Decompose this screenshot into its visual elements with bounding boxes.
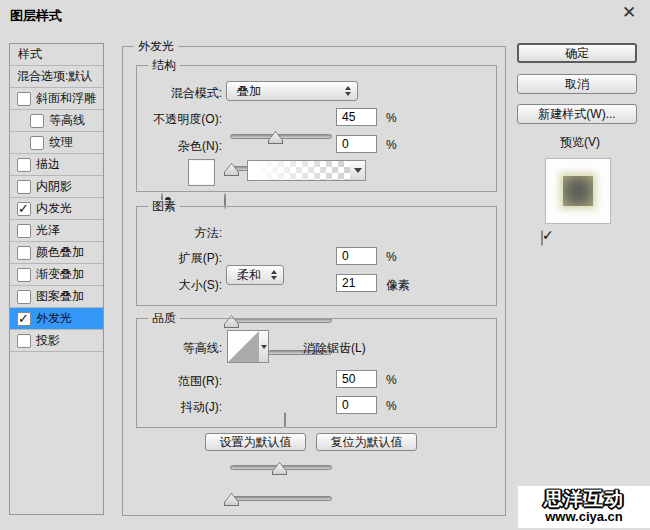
- noise-input[interactable]: [336, 135, 377, 153]
- size-input[interactable]: [336, 274, 377, 292]
- styles-header: 样式: [10, 44, 103, 66]
- close-icon[interactable]: ✕: [622, 3, 636, 23]
- dialog-title: 图层样式: [10, 7, 62, 25]
- watermark: 思洋互动 www.ciya.cn: [518, 486, 650, 528]
- sidebar-item-pattern-overlay[interactable]: 图案叠加: [10, 286, 103, 308]
- checkbox[interactable]: [17, 224, 31, 238]
- checkbox[interactable]: [17, 158, 31, 172]
- checkbox-checked[interactable]: [17, 202, 31, 216]
- sidebar-item-bevel-emboss[interactable]: 斜面和浮雕: [10, 88, 103, 110]
- quality-legend: 品质: [148, 312, 180, 325]
- gradient-dropdown-arrow[interactable]: [350, 160, 366, 181]
- checkbox[interactable]: [17, 290, 31, 304]
- range-unit: %: [386, 373, 397, 387]
- sidebar-item-inner-glow[interactable]: 内发光: [10, 198, 103, 220]
- jitter-unit: %: [386, 399, 397, 413]
- checkbox-checked[interactable]: [17, 312, 31, 326]
- opacity-slider[interactable]: [230, 134, 332, 139]
- noise-unit: %: [386, 138, 397, 152]
- ok-button[interactable]: 确定: [517, 43, 637, 63]
- glow-preview-square: [563, 176, 593, 206]
- technique-select[interactable]: 柔和: [226, 265, 284, 285]
- styles-list: 样式 混合选项:默认 斜面和浮雕 等高线 纹理 描边 内阴影 内发光: [9, 43, 104, 515]
- sidebar-item-color-overlay[interactable]: 颜色叠加: [10, 242, 103, 264]
- checkbox[interactable]: [17, 334, 31, 348]
- range-input[interactable]: [336, 370, 377, 388]
- antialias-checkbox[interactable]: [284, 412, 286, 428]
- spinner-arrows-icon: [345, 86, 351, 96]
- elements-legend: 图素: [148, 200, 180, 213]
- sidebar-item-drop-shadow[interactable]: 投影: [10, 330, 103, 352]
- checkbox[interactable]: [17, 268, 31, 282]
- size-unit: 像素: [386, 277, 410, 294]
- checkbox[interactable]: [30, 136, 44, 150]
- panel-legend: 外发光: [134, 40, 178, 53]
- preview-checkbox[interactable]: [541, 230, 543, 246]
- spread-unit: %: [386, 250, 397, 264]
- noise-label: 杂色(N):: [136, 139, 222, 153]
- sidebar-item-satin[interactable]: 光泽: [10, 220, 103, 242]
- cancel-button[interactable]: 取消: [517, 74, 637, 94]
- sidebar-item-texture[interactable]: 纹理: [10, 132, 103, 154]
- gradient-picker[interactable]: [247, 160, 351, 181]
- sidebar-item-stroke[interactable]: 描边: [10, 154, 103, 176]
- preview-label: 预览(V): [560, 134, 600, 151]
- jitter-label: 抖动(J):: [136, 400, 222, 414]
- sidebar-item-blending-options[interactable]: 混合选项:默认: [10, 66, 103, 88]
- sidebar-item-contour[interactable]: 等高线: [10, 110, 103, 132]
- reset-default-button[interactable]: 复位为默认值: [316, 433, 417, 451]
- style-preview-thumbnail: [545, 158, 611, 224]
- checkbox[interactable]: [17, 92, 31, 106]
- checkbox[interactable]: [17, 180, 31, 194]
- new-style-button[interactable]: 新建样式(W)...: [517, 104, 637, 124]
- opacity-input[interactable]: [336, 108, 377, 126]
- opacity-unit: %: [386, 111, 397, 125]
- range-label: 范围(R):: [136, 374, 222, 388]
- checkbox[interactable]: [17, 246, 31, 260]
- spread-label: 扩展(P):: [136, 251, 222, 265]
- jitter-input[interactable]: [336, 396, 377, 414]
- contour-label: 等高线:: [136, 341, 222, 355]
- sidebar-item-outer-glow[interactable]: 外发光: [10, 308, 103, 330]
- technique-value: 柔和: [237, 267, 261, 284]
- contour-picker[interactable]: [227, 330, 260, 363]
- chevron-down-icon: [354, 168, 362, 173]
- jitter-slider[interactable]: [230, 496, 332, 501]
- watermark-url: www.ciya.cn: [518, 510, 650, 524]
- range-slider[interactable]: [230, 465, 332, 470]
- make-default-button[interactable]: 设置为默认值: [205, 433, 306, 451]
- glow-color-swatch[interactable]: [188, 159, 215, 186]
- blend-mode-value: 叠加: [237, 83, 261, 100]
- structure-legend: 结构: [148, 59, 180, 72]
- watermark-brand: 思洋互动: [518, 487, 650, 510]
- sidebar-item-inner-shadow[interactable]: 内阴影: [10, 176, 103, 198]
- size-label: 大小(S):: [136, 278, 222, 292]
- layer-style-dialog: 图层样式 ✕ 样式 混合选项:默认 斜面和浮雕 等高线 纹理 描边 内阴影: [0, 0, 650, 530]
- spinner-arrows-icon: [271, 270, 277, 280]
- chevron-down-icon: [261, 345, 267, 349]
- antialias-label: 消除锯齿(L): [303, 340, 366, 357]
- blend-mode-select[interactable]: 叠加: [226, 81, 358, 101]
- opacity-label: 不透明度(O):: [136, 112, 222, 126]
- technique-label: 方法:: [136, 226, 222, 240]
- contour-dropdown-arrow[interactable]: [259, 330, 269, 363]
- checkbox[interactable]: [30, 114, 44, 128]
- sidebar-item-gradient-overlay[interactable]: 渐变叠加: [10, 264, 103, 286]
- blend-mode-label: 混合模式:: [136, 86, 222, 100]
- spread-input[interactable]: [336, 247, 377, 265]
